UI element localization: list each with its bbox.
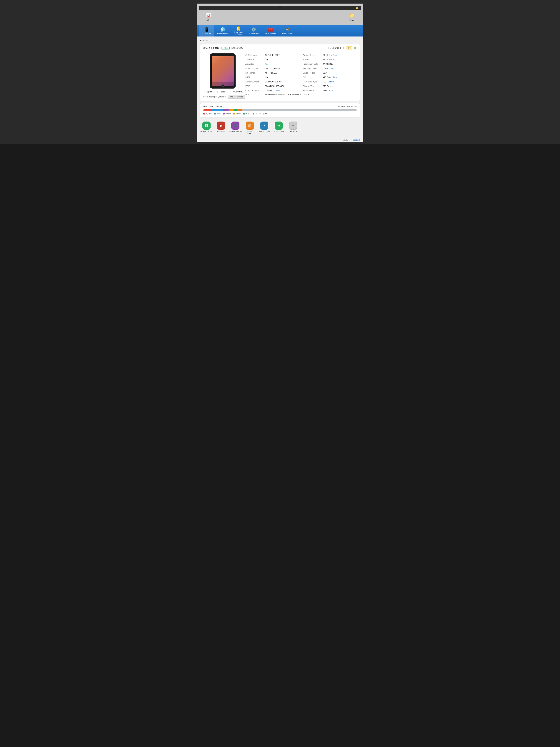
product-type-label: Product Type [245,67,264,70]
hard-disk-details-link[interactable]: Details [327,81,334,83]
system-bar-segment [203,109,211,111]
device-name: iPad [200,39,205,42]
apple-id-online-query-link[interactable]: Online Query [326,54,339,56]
nav-label-tools: Инструменты [265,32,276,34]
legend-udisk: UDisk [243,113,250,115]
footer: V3.05 | Feedback [197,138,363,142]
legend-free: Free [263,113,269,115]
icloud-details-link[interactable]: Details [329,58,336,60]
edit-icon[interactable]: ✏ [207,39,208,42]
folder-icon: 📊 [205,12,212,19]
tool-backup[interactable]: 🗄 Резерв...сстан. [200,122,213,132]
idevice-details-button[interactable]: iDevice Details [228,95,245,99]
system-legend-dot [203,113,205,114]
battery-percentage: 42% [346,47,352,49]
product-type-value: iPad7,5 (A1893) [265,67,281,70]
desktop-icon-1234[interactable]: 📊 1234 [203,12,214,21]
udisk-legend-dot [243,113,245,114]
crash-details-link[interactable]: Details [273,89,280,92]
warranty-date-link[interactable]: Online Query [322,67,335,70]
icloud-value: Выкл. [322,58,328,60]
battery-icon: 🔋 [353,47,357,49]
ecid-value: 00044418108B003A [265,85,285,87]
apps-icon: 🧊 [220,27,225,32]
ecid-label: ECID [245,85,264,87]
device-icon: 📱 [204,27,209,32]
apps-legend-dot [214,113,216,114]
sales-model-value: MR7J2 LL/A [265,72,277,74]
airplayer-icon: ▶ [217,122,225,130]
crash-analysis-label: Crash Analysis [245,89,264,92]
jailbroken-value: No [265,58,268,60]
udisk-bar-segment [234,109,237,111]
update-button[interactable]: Обновить [233,90,244,93]
nav-item-tools[interactable]: 🧰 Инструменты [262,25,279,36]
icon-edit-label: Редакт. значков [243,130,256,135]
jailbroken-label: Jailbroken [245,58,264,60]
apple-id-lock-value: Off [322,54,325,56]
customize-icon: + [289,122,297,130]
nav-label-freegames: FreeGames [282,32,292,34]
sales-model-label: Sales Model [245,72,264,74]
media-bar-segment [230,109,234,111]
storage-bar [203,109,357,111]
battery-life-label: Battery Life [303,89,321,92]
power-button[interactable]: Выкл. [220,90,228,93]
nav-label-ringtones: Рингтоныи Обои [235,31,243,35]
nav-item-device[interactable]: 📱 Устройство [199,25,214,36]
ecid-row: ECID 00044418108B003A [245,84,299,88]
free-bar-segment [242,109,357,111]
storage-title: Hard Disk Capacity [203,105,222,108]
photos-bar-segment [223,109,230,111]
version-label: V3.05 [343,139,348,141]
jailbroken-row: Jailbroken No [245,58,299,61]
nav-item-smartflash[interactable]: ⚙️ Smart Flash [246,25,262,36]
apple-id-lock-row: Apple ID Lock Off Online Query [303,53,357,57]
freegames-icon: 🎮 [285,27,290,32]
charge-times-row: Charge Times 758 Times [303,84,357,88]
charging-section: PC Charging ⚡ 42% 🔋 [328,47,357,49]
sales-region-label: Sales Region [303,72,321,74]
ipad-screen [212,56,234,85]
sales-model-row: Sales Model MR7J2 LL/A [245,71,299,75]
tool-transfer[interactable]: ➜ Перен...анных [272,122,285,132]
serial-number-value: DMPX10N1JF8M [265,81,282,83]
battery-life-details-link[interactable]: Details [328,89,334,92]
udid-row: UDID E8256DBEDFC6656411227C0C892A9DD8000… [245,93,357,96]
media-legend-label: Media [236,113,241,115]
hard-disk-type-row: Hard Disk Type TLC Details [303,80,357,83]
ipad-home-button [221,84,224,87]
device-color: Space Gray [232,47,243,49]
tool-customize[interactable]: + Customize [287,122,299,132]
backup-icon: 🗄 [203,122,211,130]
nav-item-freegames[interactable]: 🎮 FreeGames [279,25,295,36]
content-row: Перезаг. | Выкл. | Обновить нет о провер… [203,53,357,99]
tool-icon-edit[interactable]: ▦ Редакт. значков [243,122,256,135]
reboot-button[interactable]: Перезаг. [205,90,215,93]
charge-times-label: Charge Times [303,85,321,87]
ios-version-row: iOS Version 17.4.1 (21E237) [245,53,299,57]
storage-header: Hard Disk Capacity 7.64 GB / 119.19 GB [203,105,357,108]
ringtone-creator-icon: 🎵 [231,122,239,130]
nav-item-ringtones[interactable]: 🔔 Рингтоныи Обои [231,25,246,36]
desktop-icon-iphone[interactable]: 📁 iphone [346,12,357,21]
legend-media: Media [233,113,241,115]
apps-legend-label: Apps [216,113,221,115]
nav-item-apps[interactable]: 🧊 Приложения [214,25,231,36]
device-info-grid: iOS Version 17.4.1 (21E237) Apple ID Loc… [245,53,357,96]
production-date-label: Production Date [303,63,321,65]
udid-label: UDID [245,93,264,96]
tool-airplayer[interactable]: ▶ 3uAirPlayer [215,122,227,132]
cpu-value: A10 Quad [322,76,332,78]
device-header: iPad ✏ [200,39,360,42]
feedback-link[interactable]: Feedback [352,139,360,141]
cpu-details-link[interactable]: Details [333,76,340,78]
tool-ringtone[interactable]: 🎵 Создат...ингтон [229,122,242,132]
others-legend-label: Others [255,113,261,115]
warranty-date-label: Warranty Date [303,67,321,70]
icloud-label: iCloud [303,58,321,60]
production-date-value: 07/08/2018 [322,63,333,65]
storage-size: 7.64 GB / 119.19 GB [338,105,357,108]
tool-block[interactable]: ✂ Блоки...лений [258,122,271,132]
nav-label-device: Устройство [202,32,211,34]
